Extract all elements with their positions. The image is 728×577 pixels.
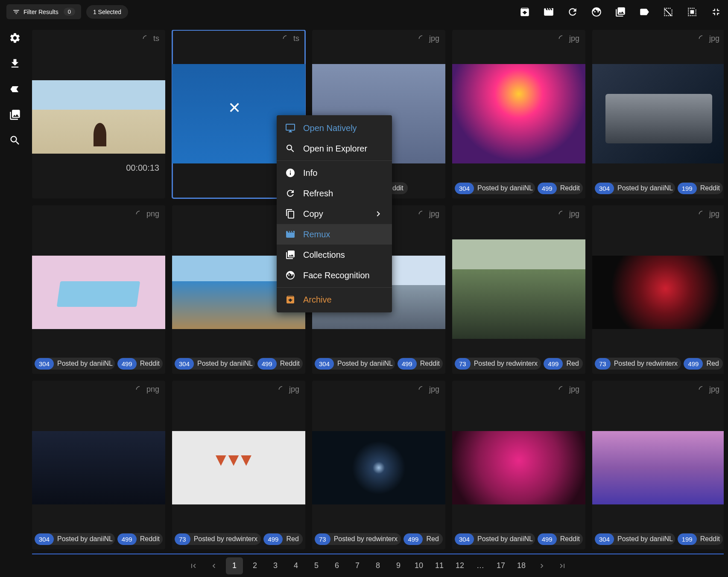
tag-badge[interactable]: 499Reddit: [257, 358, 303, 370]
page-number-button[interactable]: 9: [390, 557, 407, 574]
menu-info[interactable]: Info: [277, 163, 392, 183]
menu-open-explorer[interactable]: Open in Explorer: [277, 138, 392, 159]
media-cell[interactable]: png304Posted by daniiNL499Reddit: [32, 381, 165, 549]
tag-badge[interactable]: 304Posted by daniiNL: [35, 533, 115, 545]
tag-badge[interactable]: 304Posted by daniiNL: [35, 358, 115, 370]
menu-archive[interactable]: Archive: [277, 289, 392, 310]
media-cell[interactable]: jpg304Posted by daniiNL499Reddit: [452, 381, 585, 549]
cell-ext-badge: jpg: [418, 34, 439, 43]
context-menu: Open Natively Open in Explorer Info Refr…: [277, 115, 392, 312]
page-number-button[interactable]: 10: [410, 557, 427, 574]
page-number-button[interactable]: 11: [431, 557, 448, 574]
page-first-button[interactable]: [185, 557, 202, 574]
tags-row: 304Posted by daniiNL499Reddit: [455, 182, 583, 194]
search-icon: [285, 143, 295, 154]
tag-badge[interactable]: 499Red: [263, 533, 303, 545]
badge-count: 499: [117, 533, 137, 545]
menu-open-natively[interactable]: Open Natively: [277, 118, 392, 138]
menu-collections[interactable]: Collections: [277, 245, 392, 265]
tag-badge[interactable]: 499Reddit: [398, 358, 443, 370]
face-icon[interactable]: [591, 6, 602, 17]
filter-results-button[interactable]: Filter Results 0: [6, 4, 81, 19]
tag-badge[interactable]: 73Posted by redwinterx: [595, 358, 681, 370]
deselect-icon[interactable]: [663, 6, 674, 17]
selected-count-button[interactable]: 1 Selected: [86, 5, 128, 19]
tags-row: 304Posted by daniiNL499Reddit: [35, 358, 163, 370]
page-number-button[interactable]: 18: [513, 557, 530, 574]
label-icon[interactable]: [639, 6, 650, 17]
badge-text: Posted by daniiNL: [474, 533, 535, 545]
gear-icon[interactable]: [9, 32, 21, 44]
media-cell[interactable]: jpg304Posted by daniiNL499Reddit: [452, 30, 585, 198]
tag-badge[interactable]: 499Red: [684, 358, 723, 370]
collections-icon[interactable]: [9, 109, 21, 121]
tag-badge[interactable]: 73Posted by redwinterx: [175, 533, 261, 545]
page-prev-button[interactable]: [205, 557, 222, 574]
page-number-button[interactable]: 5: [308, 557, 325, 574]
page-number-button[interactable]: 2: [246, 557, 263, 574]
media-cell[interactable]: ts00:00:13: [32, 30, 165, 198]
tag-badge[interactable]: 304Posted by daniiNL: [595, 533, 675, 545]
badge-text: Red: [563, 358, 583, 370]
menu-separator: [277, 160, 392, 161]
tag-badge[interactable]: 304Posted by daniiNL: [455, 533, 535, 545]
page-number-button[interactable]: 17: [492, 557, 509, 574]
menu-copy[interactable]: Copy: [277, 204, 392, 224]
tag-badge[interactable]: 499Reddit: [538, 182, 583, 194]
tags-row: 304Posted by daniiNL499Reddit: [35, 533, 163, 545]
tag-badge[interactable]: 499Red: [403, 533, 443, 545]
page-number-button[interactable]: 3: [267, 557, 284, 574]
media-cell[interactable]: jpg73Posted by redwinterx499Red: [172, 381, 305, 549]
page-number-button[interactable]: 6: [328, 557, 345, 574]
tags-row: 304Posted by daniiNL499Reddit: [455, 533, 583, 545]
page-number-button[interactable]: 4: [287, 557, 304, 574]
media-cell[interactable]: jpg73Posted by redwinterx499Red: [592, 205, 724, 374]
gallery-icon[interactable]: [615, 6, 626, 17]
media-cell[interactable]: jpg304Posted by daniiNL199Reddit: [592, 381, 724, 549]
badge-count: 73: [595, 358, 611, 370]
tag-badge[interactable]: 499Reddit: [538, 533, 583, 545]
tag-badge[interactable]: 499Red: [544, 358, 583, 370]
tag-badge[interactable]: 73Posted by redwinterx: [455, 358, 541, 370]
tag-badge[interactable]: 499Reddit: [117, 533, 163, 545]
collections-icon: [285, 250, 295, 260]
page-number-button[interactable]: 12: [451, 557, 468, 574]
tag-badge[interactable]: 199Reddit: [678, 182, 723, 194]
menu-remux[interactable]: Remux: [277, 224, 392, 245]
badge-count: 304: [35, 533, 54, 545]
cell-ext-badge: png: [135, 210, 159, 219]
cell-ext-badge: ts: [282, 34, 299, 43]
download-icon[interactable]: [9, 58, 21, 70]
page-number-button[interactable]: 8: [369, 557, 386, 574]
menu-refresh[interactable]: Refresh: [277, 183, 392, 204]
refresh-icon[interactable]: [567, 6, 578, 17]
page-last-button[interactable]: [554, 557, 571, 574]
page-number-button[interactable]: 1: [226, 557, 243, 574]
tag-badge[interactable]: 73Posted by redwinterx: [315, 533, 401, 545]
tag-badge[interactable]: 304Posted by daniiNL: [175, 358, 255, 370]
media-cell[interactable]: jpg304Posted by daniiNL199Reddit: [592, 30, 724, 198]
tag-badge[interactable]: 304Posted by daniiNL: [315, 358, 395, 370]
toolbar-actions: [519, 6, 722, 17]
select-all-icon[interactable]: [687, 6, 698, 17]
cell-ext-badge: ts: [142, 34, 159, 43]
media-cell[interactable]: jpg73Posted by redwinterx499Red: [452, 205, 585, 374]
media-cell[interactable]: png304Posted by daniiNL499Reddit: [32, 205, 165, 374]
cell-ext-badge: jpg: [698, 210, 719, 219]
tag-badge[interactable]: 304Posted by daniiNL: [595, 182, 675, 194]
tag-badge[interactable]: 304Posted by daniiNL: [455, 182, 535, 194]
menu-face-recognition[interactable]: Face Recognition: [277, 265, 392, 286]
remux-icon[interactable]: [543, 6, 554, 17]
fullscreen-exit-icon[interactable]: [710, 6, 722, 17]
page-next-button[interactable]: [533, 557, 550, 574]
media-cell[interactable]: jpg73Posted by redwinterx499Red: [312, 381, 445, 549]
tag-icon[interactable]: [9, 83, 21, 95]
tags-row: 304Posted by daniiNL199Reddit: [595, 533, 723, 545]
tag-badge[interactable]: 199Reddit: [678, 533, 723, 545]
thumbnail: [32, 80, 165, 154]
search-icon[interactable]: [9, 134, 21, 146]
tag-badge[interactable]: 499Reddit: [117, 358, 163, 370]
page-number-button[interactable]: 7: [349, 557, 366, 574]
info-icon: [285, 168, 295, 178]
archive-icon[interactable]: [519, 6, 530, 17]
